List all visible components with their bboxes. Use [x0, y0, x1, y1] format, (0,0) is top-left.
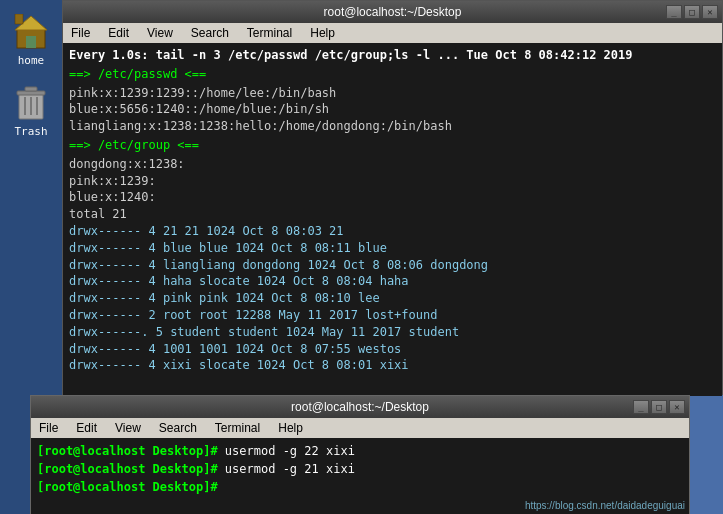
passwd-header: ==> /etc/passwd <==	[69, 66, 716, 83]
ls-line-8: drwx------ 4 xixi slocate 1024 Oct 8 08:…	[69, 357, 716, 374]
trash-label: Trash	[14, 125, 47, 138]
group-header: ==> /etc/group <==	[69, 137, 716, 154]
minimize-button[interactable]: _	[666, 5, 682, 19]
second-minimize-button[interactable]: _	[633, 400, 649, 414]
svg-rect-3	[15, 14, 23, 24]
svg-rect-2	[26, 36, 36, 48]
close-button[interactable]: ✕	[702, 5, 718, 19]
ls-line-0: drwx------ 4 21 21 1024 Oct 8 08:03 21	[69, 223, 716, 240]
main-terminal-body[interactable]: Every 1.0s: tail -n 3 /etc/passwd /etc/g…	[63, 43, 722, 396]
second-terminal-window: root@localhost:~/Desktop _ □ ✕ File Edit…	[30, 395, 690, 514]
passwd-line-2: liangliang:x:1238:1238:hello:/home/dongd…	[69, 118, 716, 135]
ls-line-1: drwx------ 4 blue blue 1024 Oct 8 08:11 …	[69, 240, 716, 257]
ls-line-3: drwx------ 4 haha slocate 1024 Oct 8 08:…	[69, 273, 716, 290]
sidebar-item-trash[interactable]: Trash	[10, 81, 51, 142]
second-terminal-line-2: [root@localhost Desktop]#	[37, 478, 683, 496]
second-menu-file[interactable]: File	[35, 421, 62, 435]
ls-header: total 21	[69, 206, 716, 223]
second-menubar: File Edit View Search Terminal Help	[31, 418, 689, 438]
home-icon	[13, 14, 49, 50]
second-terminal-line-0: [root@localhost Desktop]# usermod -g 22 …	[37, 442, 683, 460]
ls-line-5: drwx------ 2 root root 12288 May 11 2017…	[69, 307, 716, 324]
second-maximize-button[interactable]: □	[651, 400, 667, 414]
passwd-line-0: pink:x:1239:1239::/home/lee:/bin/bash	[69, 85, 716, 102]
titlebar-right-controls[interactable]: _ □ ✕	[666, 5, 718, 19]
sidebar-item-home[interactable]: home	[9, 10, 53, 71]
ls-line-7: drwx------ 4 1001 1001 1024 Oct 8 07:55 …	[69, 341, 716, 358]
main-window-title: root@localhost:~/Desktop	[324, 5, 462, 19]
group-line-2: blue:x:1240:	[69, 189, 716, 206]
second-close-button[interactable]: ✕	[669, 400, 685, 414]
second-menu-search[interactable]: Search	[155, 421, 201, 435]
watermark: https://blog.csdn.net/daidadeguiguai	[525, 500, 685, 511]
menu-view[interactable]: View	[143, 26, 177, 40]
ls-line-6: drwx------. 5 student student 1024 May 1…	[69, 324, 716, 341]
main-terminal-window: root@localhost:~/Desktop _ □ ✕ File Edit…	[62, 0, 723, 395]
status-line: Every 1.0s: tail -n 3 /etc/passwd /etc/g…	[69, 47, 716, 64]
second-menu-terminal[interactable]: Terminal	[211, 421, 264, 435]
ls-line-4: drwx------ 4 pink pink 1024 Oct 8 08:10 …	[69, 290, 716, 307]
maximize-button[interactable]: □	[684, 5, 700, 19]
home-label: home	[18, 54, 45, 67]
ls-line-2: drwx------ 4 liangliang dongdong 1024 Oc…	[69, 257, 716, 274]
menu-search[interactable]: Search	[187, 26, 233, 40]
svg-rect-5	[17, 91, 45, 95]
group-line-1: pink:x:1239:	[69, 173, 716, 190]
main-menubar: File Edit View Search Terminal Help	[63, 23, 722, 43]
second-titlebar-controls[interactable]: _ □ ✕	[633, 400, 685, 414]
second-terminal-line-1: [root@localhost Desktop]# usermod -g 21 …	[37, 460, 683, 478]
svg-rect-6	[25, 87, 37, 91]
trash-icon	[15, 85, 47, 121]
menu-edit[interactable]: Edit	[104, 26, 133, 40]
menu-terminal[interactable]: Terminal	[243, 26, 296, 40]
menu-help[interactable]: Help	[306, 26, 339, 40]
main-titlebar: root@localhost:~/Desktop _ □ ✕	[63, 1, 722, 23]
second-window-title: root@localhost:~/Desktop	[291, 400, 429, 414]
second-menu-view[interactable]: View	[111, 421, 145, 435]
group-line-0: dongdong:x:1238:	[69, 156, 716, 173]
second-menu-edit[interactable]: Edit	[72, 421, 101, 435]
second-menu-help[interactable]: Help	[274, 421, 307, 435]
passwd-line-1: blue:x:5656:1240::/home/blue:/bin/sh	[69, 101, 716, 118]
menu-file[interactable]: File	[67, 26, 94, 40]
second-titlebar: root@localhost:~/Desktop _ □ ✕	[31, 396, 689, 418]
